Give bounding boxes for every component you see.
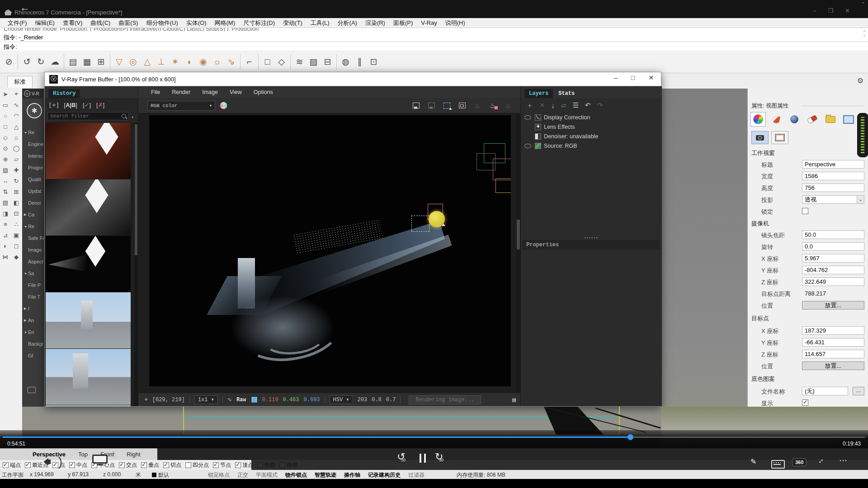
desk-lamp-icon[interactable]: ⌐	[240, 54, 256, 70]
save-all-channels-button[interactable]	[427, 102, 435, 109]
history-thumbnail[interactable]	[46, 292, 131, 348]
history-thumbnail[interactable]	[46, 123, 131, 179]
vray-editor-tab[interactable]: V V-R	[22, 89, 43, 99]
tool-icon[interactable]: ▣	[11, 230, 22, 240]
checkbox-icon[interactable]	[25, 462, 31, 468]
vray-settings-item[interactable]: Engine	[22, 138, 46, 150]
menu-item[interactable]: 实体(O)	[182, 19, 211, 27]
vray-settings-item[interactable]: Progre	[22, 162, 46, 174]
stop-render-button[interactable]	[489, 102, 497, 109]
vray-settings-item[interactable]: Backgr	[22, 338, 46, 350]
checkbox-icon[interactable]	[185, 462, 191, 468]
layers-tab[interactable]: Layers	[524, 89, 553, 98]
property-value[interactable]: 0.0	[802, 242, 864, 251]
vfb-menu-item[interactable]: Render	[172, 89, 190, 95]
tab-properties[interactable]	[750, 112, 766, 127]
named-view-icon[interactable]: ▤	[64, 54, 80, 70]
compare-ab-button[interactable]: A|B	[64, 102, 77, 108]
vray-settings-item[interactable]: Qualit	[22, 174, 46, 185]
tab-files[interactable]	[823, 112, 838, 127]
menu-item[interactable]: 分析(A)	[334, 19, 361, 27]
visibility-eye-icon[interactable]	[524, 115, 531, 120]
minimize-button[interactable]: –	[813, 7, 816, 14]
picker-pin-icon[interactable]: ⌖	[145, 397, 148, 403]
osnap-checkbox[interactable]: 中点	[69, 461, 87, 469]
box-icon[interactable]: □	[258, 54, 274, 70]
clipping-plane-icon[interactable]: ▨	[307, 54, 321, 70]
layer-tree-row[interactable]: Source: RGB	[521, 141, 662, 150]
checkbox-icon[interactable]	[213, 462, 219, 468]
canvas-scrollbar[interactable]	[516, 113, 520, 393]
checkbox-icon[interactable]	[69, 462, 75, 468]
property-value[interactable]: 50.0	[802, 230, 864, 239]
vray-settings-item[interactable]: Image	[22, 244, 46, 256]
tool-icon[interactable]: ∴	[11, 219, 22, 230]
osnap-checkbox[interactable]: 端点	[3, 461, 21, 469]
checkbox-icon[interactable]	[235, 462, 241, 468]
property-value[interactable]: -66.431	[802, 338, 864, 347]
standard-tab[interactable]: 标准	[7, 76, 33, 88]
region-render-button[interactable]	[443, 102, 451, 109]
tool-icon[interactable]: ≡	[0, 219, 11, 230]
tool-icon[interactable]: △	[11, 121, 22, 132]
status-toggle[interactable]: 操作轴	[344, 471, 360, 479]
round-light-icon[interactable]: ◎	[126, 54, 140, 70]
menu-item[interactable]: 工具(L)	[307, 19, 334, 27]
menu-item[interactable]: V-Ray	[417, 19, 441, 26]
vray-settings-item[interactable]: File P	[22, 279, 46, 291]
checkbox-icon[interactable]	[119, 462, 125, 468]
display-channel-dropdown[interactable]: RGB color▾	[147, 101, 215, 111]
history-thumbnail[interactable]	[46, 236, 131, 292]
tool-icon[interactable]: ○	[0, 110, 11, 121]
vfb-menu-item[interactable]: Options	[254, 89, 273, 95]
add-layer-button[interactable]: ＋	[526, 101, 533, 110]
rewind-10-button[interactable]: ↺10	[397, 451, 411, 466]
osnap-checkbox[interactable]: 垂点	[141, 461, 159, 469]
menu-item[interactable]: 曲面(S)	[114, 19, 142, 27]
cloud-icon[interactable]: ☁	[48, 54, 62, 70]
tool-icon[interactable]: ✚	[11, 164, 22, 175]
tool-icon[interactable]: ◯	[11, 143, 22, 154]
menu-item[interactable]: 文件(F)	[4, 19, 31, 27]
undo-button[interactable]: ↶	[585, 101, 591, 109]
viewport-properties-button[interactable]	[751, 131, 769, 144]
osnap-checkbox[interactable]: 顶点	[235, 461, 253, 469]
vray-settings-item[interactable]: Interac	[22, 150, 46, 162]
cancel-icon[interactable]: ⊘	[2, 54, 16, 70]
vfb-menu-item[interactable]: File	[151, 89, 160, 95]
osnap-checkbox[interactable]: 交点	[119, 461, 137, 469]
history-tab[interactable]: History	[45, 86, 138, 98]
menu-item[interactable]: 网格(M)	[211, 19, 240, 27]
tab-material[interactable]	[787, 112, 802, 127]
command-scrollbar[interactable]: ˄˅	[862, 29, 867, 50]
tool-icon[interactable]: ◨	[0, 208, 11, 219]
pixel-ratio-dropdown[interactable]: 1x1 ▾	[194, 395, 218, 404]
tool-icon[interactable]: ⋈	[0, 251, 11, 262]
vfb-menu-item[interactable]: View	[230, 89, 242, 95]
tool-icon[interactable]: ◆	[11, 251, 22, 262]
redo-button[interactable]: ↷	[597, 101, 603, 109]
lines-icon[interactable]: ∥	[353, 54, 367, 70]
status-toggle[interactable]: 平面模式	[256, 471, 278, 479]
close-button[interactable]: ✕	[845, 7, 850, 14]
load-layers-button[interactable]: ▱	[561, 101, 566, 109]
property-value[interactable]: 114.657	[802, 350, 864, 358]
tool-icon[interactable]: ↔	[0, 175, 11, 186]
viewport-tab[interactable]: Right	[127, 451, 140, 458]
tool-icon[interactable]: ▱	[11, 154, 22, 164]
menu-item[interactable]: 说明(H)	[441, 19, 469, 27]
tool-icon[interactable]: ⊞	[11, 186, 22, 197]
keyboard-icon[interactable]	[771, 460, 785, 469]
vray-settings-item[interactable]: ▶ Ca	[22, 209, 46, 221]
vfb-menu-item[interactable]: Image	[202, 89, 218, 95]
vray-settings-item[interactable]: ▼ Re	[22, 221, 46, 232]
vfb-titlebar[interactable]: ⓥ V-Ray Frame Buffer - [100.0% of 800 x …	[45, 72, 661, 86]
screen-share-icon[interactable]	[92, 455, 109, 466]
osnap-checkbox[interactable]: 四分点	[185, 461, 209, 469]
sphere-wire-icon[interactable]: ◍	[336, 54, 353, 70]
gear-icon[interactable]: ⚙	[857, 76, 863, 85]
vray-settings-item[interactable]: Aspect	[22, 256, 46, 267]
menu-item[interactable]: 编辑(E)	[31, 19, 59, 27]
tool-icon[interactable]: ▭	[0, 99, 11, 110]
history-search-input[interactable]	[47, 112, 129, 120]
